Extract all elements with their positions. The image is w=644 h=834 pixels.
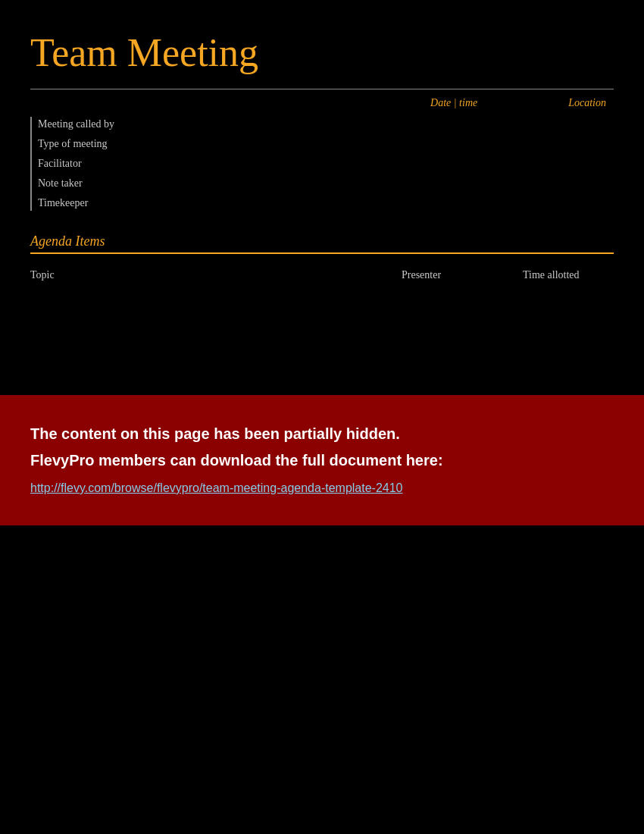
bottom-black (0, 525, 644, 632)
hidden-banner-link[interactable]: http://flevy.com/browse/flevypro/team-me… (30, 481, 403, 494)
facilitator-label: Facilitator (38, 156, 318, 171)
hidden-banner-line2: FlevyPro members can download the full d… (30, 452, 614, 469)
agenda-header-row: Topic Presenter Time allotted (30, 266, 614, 284)
time-allotted-column-header: Time allotted (523, 269, 614, 281)
agenda-title: Agenda Items (30, 234, 614, 254)
presenter-column-header: Presenter (402, 269, 523, 281)
date-time-label: Date | time (430, 97, 477, 109)
timekeeper-label: Timekeeper (38, 196, 318, 211)
location-label: Location (568, 97, 606, 109)
note-taker-label: Note taker (38, 176, 318, 191)
hidden-banner-line1: The content on this page has been partia… (30, 425, 614, 443)
type-of-meeting-label: Type of meeting (38, 136, 318, 152)
page-title: Team Meeting (30, 30, 614, 75)
meeting-called-by-label: Meeting called by (38, 117, 318, 132)
date-location-row: Date | time Location (30, 97, 614, 109)
info-section: Meeting called by Type of meeting Facili… (30, 117, 614, 211)
info-left: Meeting called by Type of meeting Facili… (30, 117, 318, 211)
top-divider (30, 89, 614, 89)
topic-column-header: Topic (30, 269, 402, 281)
agenda-section: Agenda Items Topic Presenter Time allott… (30, 234, 614, 380)
page-top: Team Meeting Date | time Location Meetin… (0, 0, 644, 395)
hidden-banner: The content on this page has been partia… (0, 395, 644, 525)
agenda-rows (30, 289, 614, 380)
